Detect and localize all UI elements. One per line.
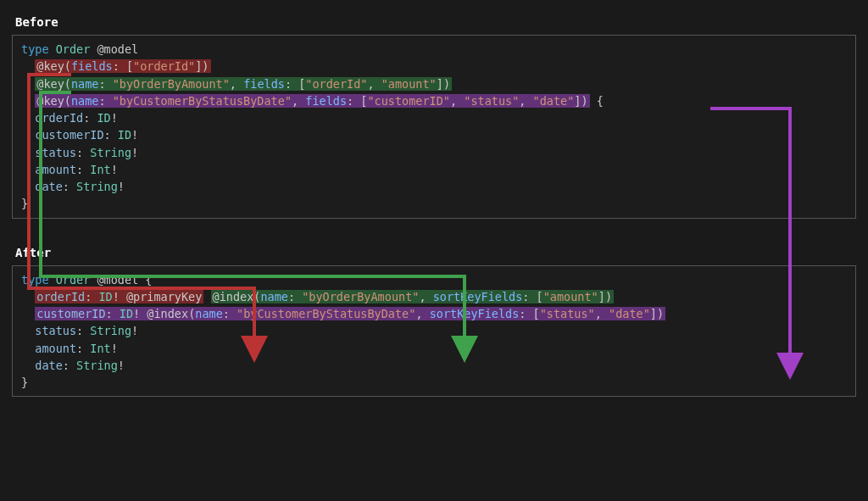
hl-pk: orderId: ID! @primaryKey bbox=[35, 290, 203, 303]
after-amount: amount: Int! bbox=[21, 340, 847, 357]
after-date: date: String! bbox=[21, 357, 847, 374]
hl-key1: @key(fields: ["orderId"]) bbox=[35, 59, 210, 73]
before-code-block: type Order @model @key(fields: ["orderId… bbox=[12, 35, 856, 219]
before-line-type: type Order @model bbox=[21, 41, 847, 58]
before-rbrace: } bbox=[21, 195, 847, 212]
field-status: status: String! bbox=[21, 144, 847, 161]
kw-type: type bbox=[21, 42, 49, 56]
after-rbrace: } bbox=[21, 374, 847, 391]
before-key2: @key(name: "byOrderByAmount", fields: ["… bbox=[21, 75, 847, 92]
after-status: status: String! bbox=[21, 322, 847, 339]
before-key1: @key(fields: ["orderId"]) bbox=[21, 58, 847, 75]
hl-idx1: @index(name: "byOrderByAmount", sortKeyF… bbox=[211, 290, 615, 303]
field-orderId: orderId: ID! bbox=[21, 109, 847, 126]
field-amount: amount: Int! bbox=[21, 161, 847, 178]
field-customerID: customerID: ID! bbox=[21, 126, 847, 143]
after-code-block: type Order @model { orderId: ID! @primar… bbox=[12, 265, 856, 398]
after-line-type: type Order @model { bbox=[21, 271, 847, 288]
after-title: After bbox=[15, 244, 856, 262]
after-line1: orderId: ID! @primaryKey @index(name: "b… bbox=[21, 288, 847, 305]
before-title: Before bbox=[15, 14, 856, 31]
before-key3: @key(name: "byCustomerByStatusByDate", f… bbox=[21, 92, 847, 109]
hl-idx2: customerID: ID! @index(name: "byCustomer… bbox=[35, 307, 665, 320]
field-date: date: String! bbox=[21, 178, 847, 195]
hl-key2: @key(name: "byOrderByAmount", fields: ["… bbox=[35, 77, 452, 91]
type-name: Order bbox=[56, 42, 91, 56]
after-line2: customerID: ID! @index(name: "byCustomer… bbox=[21, 305, 847, 322]
hl-key3: @key(name: "byCustomerByStatusByDate", f… bbox=[35, 94, 589, 108]
model-directive: @model bbox=[97, 42, 138, 56]
